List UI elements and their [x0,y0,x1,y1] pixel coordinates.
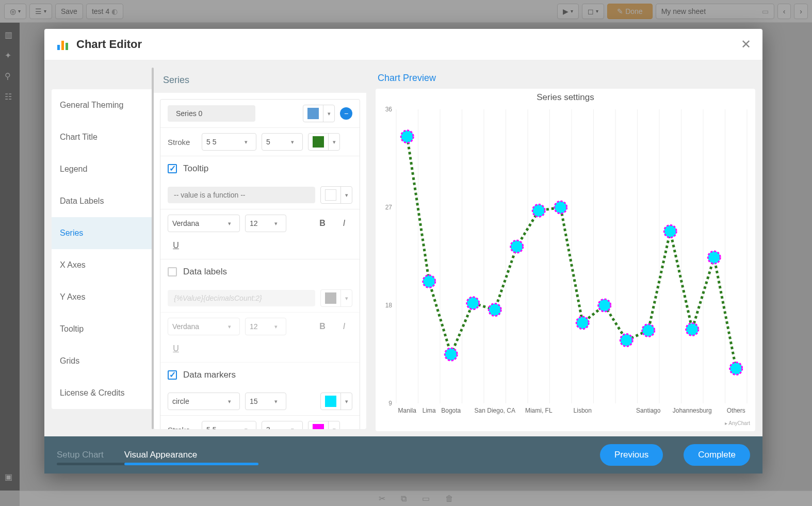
chevron-down-icon: ▾ [323,105,334,122]
marker-fill-picker[interactable]: ▾ [320,393,352,410]
tab-chart-title[interactable]: Chart Title [52,121,154,153]
compass-menu[interactable]: ◎▾ [4,4,26,19]
svg-point-47 [686,323,699,335]
tab-data-labels[interactable]: Data Labels [52,185,154,217]
marker-stroke-width-select[interactable]: 3▾ [262,421,303,429]
left-sidebar: ▥ ✦ ⚲ ☷ ▣ [0,23,20,491]
database-icon[interactable]: ☷ [5,92,15,102]
markers-checkbox[interactable] [168,370,177,380]
chart-editor-logo-icon [56,37,70,52]
complete-button[interactable]: Complete [684,444,750,466]
minus-icon: − [344,109,348,118]
marker-shape-select[interactable]: circle▾ [168,393,240,410]
stroke-dash-select[interactable]: 5 5▾ [202,133,256,151]
svg-point-39 [511,240,523,253]
svg-text:▸ AnyChart: ▸ AnyChart [725,420,750,426]
tab-general-theming[interactable]: General Theming [52,89,154,121]
tab-legend[interactable]: Legend [52,153,154,185]
bold-button[interactable]: B [314,215,331,232]
close-icon: ✕ [741,37,751,51]
svg-point-46 [664,225,676,237]
panel-section-title: Series [154,68,366,93]
svg-text:9: 9 [388,400,392,407]
sheet-name-field[interactable]: My new sheet▭ [656,4,774,19]
chart-preview-title: Chart Preview [376,68,755,89]
svg-text:18: 18 [385,302,393,309]
previous-button[interactable]: Previous [600,444,663,466]
list-icon: ☰ [35,7,42,15]
tab-license-credits[interactable]: License & Credits [52,377,154,409]
svg-point-49 [730,362,742,374]
datalabels-section-label: Data labels [183,267,227,277]
close-button[interactable]: ✕ [741,37,751,52]
svg-point-35 [423,275,435,288]
svg-point-40 [532,204,545,217]
tooltip-checkbox[interactable] [168,164,177,173]
done-button[interactable]: ✎ Done [607,4,652,19]
svg-point-36 [445,348,457,361]
remove-series-button[interactable]: − [340,107,352,120]
marker-size-select[interactable]: 15▾ [245,393,286,410]
app-toolbar: ◎▾ ☰▾ Save test 4 ◐ ▶▾ ◻▾ ✎ Done My new … [0,0,812,23]
chart-preview: Series settings9182736ManilaLimaBogotaSa… [376,89,755,431]
cut-icon[interactable]: ✂ [379,494,385,503]
bookmark-icon: ◻ [588,7,594,15]
modal-footer: Setup Chart Visual Appearance Previous C… [44,436,762,474]
datalabels-value-field: {%Value}{decimalsCount:2} [168,290,315,306]
svg-point-34 [401,130,413,143]
nav-prev[interactable]: ‹ [777,4,791,19]
series-color-picker[interactable]: ▾ [303,105,335,122]
svg-text:Series settings: Series settings [537,92,594,102]
tab-name[interactable]: test 4 ◐ [86,4,123,19]
svg-point-43 [598,299,611,312]
tooltip-font-select[interactable]: Verdana▾ [168,215,240,232]
stroke-color-picker[interactable]: ▾ [308,133,340,151]
datalabels-size-select: 12▾ [245,318,286,335]
paste-icon[interactable]: ▭ [422,494,430,503]
step-setup-chart[interactable]: Setup Chart [57,450,104,460]
tooltip-value-field[interactable]: -- value is a function -- [168,187,315,203]
bookmark-menu[interactable]: ◻▾ [582,4,604,19]
tab-series[interactable]: Series [52,217,154,249]
tab-grids[interactable]: Grids [52,345,154,377]
chart-preview-panel: Chart Preview Series settings9182736Mani… [376,68,755,429]
datalabels-checkbox[interactable] [168,267,177,276]
list-menu[interactable]: ☰▾ [29,4,52,19]
datalabels-color-picker: ▾ [320,289,352,307]
nav-next[interactable]: › [794,4,808,19]
tab-tooltip[interactable]: Tooltip [52,313,154,345]
svg-point-44 [620,334,632,347]
svg-text:36: 36 [385,106,393,113]
tab-y-axes[interactable]: Y Axes [52,281,154,313]
stroke-label: Stroke [168,138,197,146]
link-icon[interactable]: ⚲ [5,71,15,81]
svg-text:Others: Others [727,407,745,414]
step-visual-appearance[interactable]: Visual Appearance [124,450,197,460]
copy-icon[interactable]: ⧉ [401,494,407,503]
stroke-width-select[interactable]: 5▾ [262,133,303,151]
svg-text:San Diego, CA: San Diego, CA [475,407,515,414]
italic-button[interactable]: I [336,215,352,232]
settings-tabs: General ThemingChart TitleLegendData Lab… [52,68,154,429]
tab-x-axes[interactable]: X Axes [52,249,154,281]
puzzle-icon[interactable]: ✦ [5,51,15,61]
play-icon: ▶ [563,7,569,15]
svg-point-38 [489,303,501,316]
marker-stroke-label: Stroke [168,426,197,430]
marker-stroke-color-picker[interactable]: ▾ [308,421,340,429]
series-name-field[interactable]: Series 0 [168,105,255,122]
chart-icon[interactable]: ▥ [5,30,15,40]
image-icon[interactable]: ▣ [5,472,15,482]
bottom-toolbar: ✂ ⧉ ▭ 🗑 [20,491,812,506]
svg-point-48 [708,251,720,264]
underline-button[interactable]: U [168,237,184,254]
chevron-right-icon: › [800,7,802,15]
save-button[interactable]: Save [55,4,83,19]
present-menu[interactable]: ▶▾ [557,4,579,19]
marker-stroke-dash-select[interactable]: 5 5▾ [202,421,256,429]
datalabels-font-select: Verdana▾ [168,318,240,335]
tooltip-size-select[interactable]: 12▾ [245,215,286,232]
svg-text:Bogota: Bogota [441,407,461,414]
trash-icon[interactable]: 🗑 [445,494,453,503]
tooltip-color-picker[interactable]: ▾ [320,186,352,204]
